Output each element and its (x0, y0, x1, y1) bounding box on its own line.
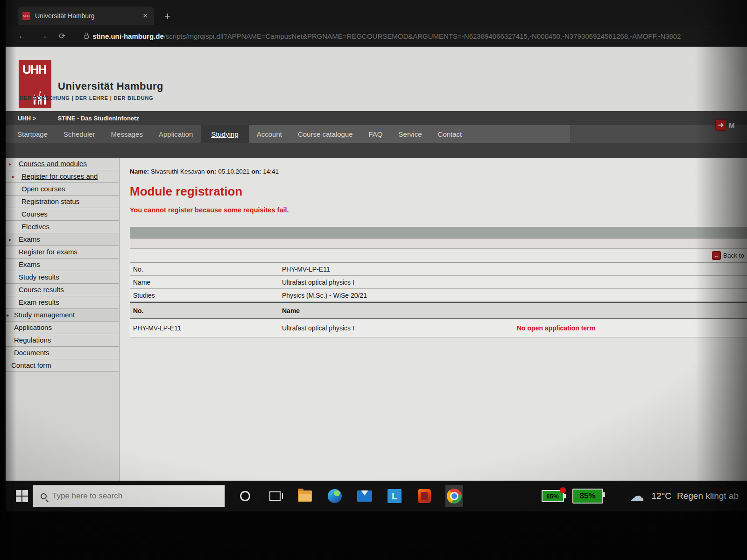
weather-cloud-icon[interactable]: ☁ (630, 489, 644, 503)
lock-icon[interactable] (84, 35, 89, 39)
content-row: ▸Courses and modules ▸Register for cours… (6, 158, 747, 481)
l-app-button[interactable]: L (386, 485, 403, 507)
tab-startpage[interactable]: Startpage (9, 125, 56, 143)
sidebar-item-exam-results[interactable]: Exam results (6, 296, 119, 309)
sidebar-item-register-for-exams[interactable]: Register for exams (6, 246, 119, 259)
search-input[interactable] (52, 491, 206, 501)
edge-button[interactable] (326, 485, 344, 507)
tab-contact[interactable]: Contact (430, 125, 470, 143)
battery-indicator-large[interactable]: 85% (572, 489, 603, 504)
sidebar-item-study-results[interactable]: Study results (6, 271, 119, 284)
sidebar-item-documents[interactable]: Documents (6, 347, 119, 359)
sidebar-item-course-results[interactable]: Course results (6, 284, 119, 296)
browser-tab[interactable]: UHH Universität Hamburg × (18, 7, 154, 25)
new-tab-button[interactable]: + (164, 10, 170, 25)
uhh-logo: UHH (19, 60, 51, 108)
sidebar-item-applications[interactable]: Applications (6, 322, 119, 334)
task-view-icon (269, 491, 281, 501)
sidebar-item-regulations[interactable]: Regulations (6, 334, 119, 347)
reload-icon[interactable]: ⟳ (59, 31, 65, 41)
arrow-marker-icon: ▸ (12, 170, 15, 182)
tab-account[interactable]: Account (249, 125, 290, 143)
sidebar: ▸Courses and modules ▸Register for cours… (6, 158, 120, 481)
url-field[interactable]: stine.uni-hamburg.de/scripts/mgrqispi.dl… (92, 32, 747, 40)
tab-service[interactable]: Service (391, 125, 430, 143)
error-message: You cannot register because some requisi… (130, 206, 747, 214)
on-label: on: (251, 168, 261, 175)
edge-icon (328, 489, 342, 503)
office-button[interactable] (416, 485, 433, 507)
stine-page: UHH Universität Hamburg DER FORSCHUNG | … (6, 47, 747, 481)
back-to-link[interactable]: Back to (723, 252, 744, 259)
screen-bezel (0, 511, 747, 560)
taskbar-tray: 85% 85% ☁ 12°C Regen klingt ab (542, 489, 739, 504)
col-name-header: Name (282, 307, 517, 315)
sidebar-item-open-courses[interactable]: Open courses (6, 183, 119, 196)
module-name: Ultrafast optical physics I (282, 324, 517, 332)
login-time: 14:41 (263, 168, 279, 175)
module-registration-table: ← Back to No. PHY-MV-LP-E11 Name Ultrafa… (130, 227, 747, 337)
breadcrumb-uhh[interactable]: UHH > (18, 115, 36, 122)
tab-scheduler[interactable]: Scheduler (56, 125, 103, 143)
on-label: on: (206, 168, 216, 175)
detail-row-name: Name Ultrafast optical physics I (130, 276, 747, 289)
detail-label: No. (130, 266, 282, 273)
mode-flag[interactable]: ➜ M (715, 119, 735, 131)
sidebar-item-contact-form[interactable]: Contact form (6, 359, 119, 372)
tab-studying[interactable]: Studying (201, 125, 248, 143)
file-explorer-button[interactable] (296, 485, 314, 507)
weather-temperature[interactable]: 12°C (652, 491, 671, 501)
sidebar-item-courses-and-modules[interactable]: ▸Courses and modules (6, 158, 119, 170)
sidebar-item-register-for-courses[interactable]: ▸Register for courses and modules (6, 170, 119, 183)
tab-faq[interactable]: FAQ (361, 125, 391, 143)
detail-value: Ultrafast optical physics I (282, 279, 517, 286)
search-icon (41, 493, 47, 499)
arrow-marker-icon: ▸ (7, 309, 9, 321)
tab-close-icon[interactable]: × (141, 11, 149, 21)
status-badge: No open application term (517, 324, 595, 332)
user-info-line: Name: Sivasruthi Kesavan on: 05.10.2021 … (130, 168, 747, 175)
detail-row-no: No. PHY-MV-LP-E11 (130, 263, 747, 276)
forward-icon[interactable]: → (39, 31, 48, 41)
sidebar-item-exams-group[interactable]: ▸Exams (6, 233, 119, 246)
breadcrumb-stine[interactable]: STiNE - Das Studieninfonetz (57, 115, 139, 122)
chrome-button[interactable] (445, 485, 463, 507)
tab-application[interactable]: Application (151, 125, 201, 143)
sidebar-item-courses[interactable]: Courses (6, 208, 119, 221)
tab-messages[interactable]: Messages (103, 125, 151, 143)
tab-course-catalogue[interactable]: Course catalogue (290, 125, 361, 143)
red-arrow-icon[interactable]: ➜ (715, 119, 726, 131)
laptop-screen: UHH Universität Hamburg × + ← → ⟳ stine.… (6, 0, 747, 511)
url-domain: stine.uni-hamburg.de (92, 32, 164, 40)
back-arrow-icon[interactable]: ← (712, 251, 721, 260)
main-content: Name: Sivasruthi Kesavan on: 05.10.2021 … (120, 158, 747, 481)
sidebar-item-study-management[interactable]: ▸Study management (6, 309, 119, 322)
cortana-icon (240, 491, 250, 501)
chrome-icon (447, 489, 462, 504)
arrow-marker-icon: ▸ (9, 233, 12, 245)
university-header: UHH Universität Hamburg DER FORSCHUNG | … (6, 47, 747, 111)
task-view-button[interactable] (266, 485, 284, 507)
detail-value: Physics (M.Sc.) - WiSe 20/21 (282, 292, 517, 299)
taskbar-search[interactable] (33, 485, 225, 507)
weather-description[interactable]: Regen klingt ab (677, 491, 739, 501)
office-icon (418, 489, 431, 503)
module-table-row: PHY-MV-LP-E11 Ultrafast optical physics … (130, 319, 747, 337)
back-icon[interactable]: ← (18, 31, 27, 41)
sidebar-item-exams[interactable]: Exams (6, 259, 119, 271)
cortana-button[interactable] (236, 485, 254, 507)
sidebar-item-registration-status[interactable]: Registration status (6, 196, 119, 208)
name-label: Name: (130, 168, 149, 175)
back-to-row: ← Back to (130, 249, 747, 263)
url-path: /scripts/mgrqispi.dll?APPNAME=CampusNet&… (164, 32, 681, 40)
battery-percent: 85% (579, 491, 595, 501)
start-button-icon[interactable] (16, 490, 28, 502)
battery-percent: 85% (546, 493, 558, 500)
sidebar-item-electives[interactable]: Electives (6, 221, 119, 233)
uhh-favicon-icon: UHH (22, 12, 30, 20)
battery-indicator-small[interactable]: 85% (542, 490, 564, 502)
notification-dot (560, 487, 566, 493)
l-app-icon: L (388, 489, 402, 503)
mail-button[interactable] (356, 485, 374, 507)
menu-filler (470, 125, 570, 143)
